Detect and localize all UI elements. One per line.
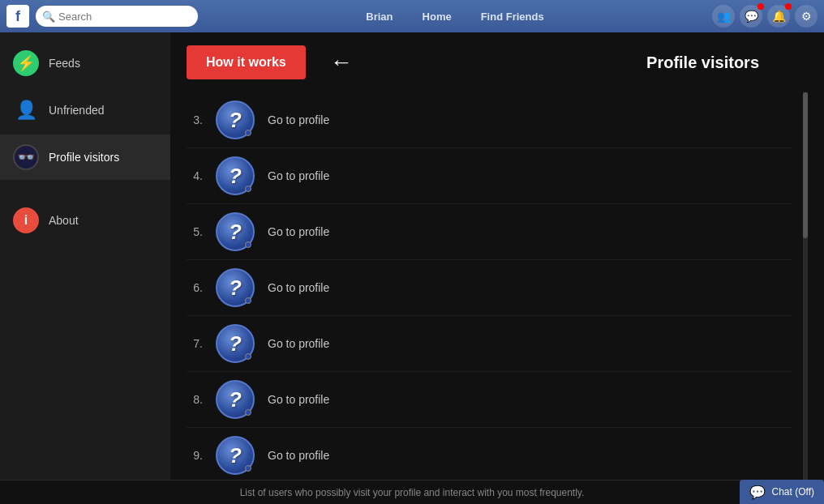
sidebar-item-about[interactable]: i About [0, 198, 170, 243]
go-to-profile-9[interactable]: Go to profile [268, 449, 329, 462]
visitor-row-3: 3. Go to profile [187, 92, 792, 148]
sidebar-item-feeds[interactable]: ⚡ Feeds [0, 41, 170, 86]
content-area: How it works ← Profile visitors 3. Go to… [170, 32, 824, 480]
scroll-thumb[interactable] [803, 92, 808, 238]
visitor-dot-9 [245, 465, 251, 472]
visitor-row-5: 5. Go to profile [187, 204, 792, 260]
back-arrow-button[interactable]: ← [330, 49, 353, 75]
about-icon: i [13, 207, 39, 233]
sidebar-item-unfriended[interactable]: 👤 Unfriended [0, 88, 170, 133]
nav-find-friends[interactable]: Find Friends [474, 7, 551, 26]
go-to-profile-4[interactable]: Go to profile [268, 169, 329, 182]
main-layout: ⚡ Feeds 👤 Unfriended 👓 Profile visitors … [0, 32, 824, 480]
footer-bar: List of users who possibly visit your pr… [0, 480, 824, 504]
notifications-icon-btn[interactable]: 🔔 [767, 5, 790, 28]
visitors-list: 3. Go to profile 4. Go to profile 5. [170, 92, 824, 480]
visitor-number-6: 6. [187, 281, 203, 294]
visitor-number-5: 5. [187, 225, 203, 238]
visitor-avatar-7 [216, 324, 255, 363]
visitor-dot-6 [245, 297, 251, 304]
visitor-avatar-5 [216, 212, 255, 251]
sidebar-unfriended-label: Unfriended [49, 104, 105, 117]
go-to-profile-7[interactable]: Go to profile [268, 337, 329, 350]
visitor-avatar-4 [216, 156, 255, 195]
visitor-row-8: 8. Go to profile [187, 372, 792, 428]
settings-icon-btn[interactable]: ⚙ [795, 5, 818, 28]
how-it-works-button[interactable]: How it works [187, 45, 306, 79]
nav-icons: 👥 💬 🔔 ⚙ [712, 5, 818, 28]
nav-username[interactable]: Brian [359, 7, 399, 26]
nav-center: Brian Home Find Friends [204, 7, 706, 26]
visitor-dot-7 [245, 353, 251, 360]
visitor-dot-4 [245, 186, 251, 192]
fb-logo: f [6, 5, 29, 28]
visitor-number-8: 8. [187, 393, 203, 406]
feeds-icon: ⚡ [13, 50, 39, 76]
visitor-avatar-8 [216, 380, 255, 419]
footer-text: List of users who possibly visit your pr… [240, 487, 585, 498]
sidebar-about-label: About [49, 214, 79, 227]
search-input[interactable] [36, 6, 198, 27]
section-title: Profile visitors [646, 53, 759, 72]
friends-icon-btn[interactable]: 👥 [712, 5, 735, 28]
visitor-number-4: 4. [187, 169, 203, 182]
visitor-avatar-6 [216, 268, 255, 307]
search-icon: 🔍 [42, 11, 55, 23]
visitors-icon: 👓 [13, 144, 39, 170]
visitor-avatar-9 [216, 436, 255, 475]
go-to-profile-6[interactable]: Go to profile [268, 281, 329, 294]
visitor-number-7: 7. [187, 337, 203, 350]
visitors-wrapper: 3. Go to profile 4. Go to profile 5. [170, 92, 824, 480]
visitor-dot-3 [245, 130, 251, 136]
go-to-profile-8[interactable]: Go to profile [268, 393, 329, 406]
visitor-row-7: 7. Go to profile [187, 316, 792, 372]
content-header: How it works ← Profile visitors [170, 32, 824, 92]
visitor-dot-5 [245, 241, 251, 248]
visitor-number-3: 3. [187, 113, 203, 126]
visitor-number-9: 9. [187, 449, 203, 462]
visitor-row-4: 4. Go to profile [187, 148, 792, 204]
sidebar: ⚡ Feeds 👤 Unfriended 👓 Profile visitors … [0, 32, 170, 480]
facebook-topbar: f 🔍 Brian Home Find Friends 👥 💬 🔔 ⚙ [0, 0, 824, 32]
go-to-profile-3[interactable]: Go to profile [268, 113, 329, 126]
unfriended-icon: 👤 [13, 97, 39, 123]
chat-bar[interactable]: 💬 Chat (Off) [740, 480, 824, 504]
chat-label: Chat (Off) [772, 486, 814, 498]
visitor-row-6: 6. Go to profile [187, 260, 792, 316]
chat-icon: 💬 [749, 485, 766, 500]
messages-icon-btn[interactable]: 💬 [740, 5, 762, 28]
sidebar-visitors-label: Profile visitors [49, 151, 119, 164]
visitor-row-9: 9. Go to profile [187, 428, 792, 480]
visitor-dot-8 [245, 409, 251, 416]
go-to-profile-5[interactable]: Go to profile [268, 225, 329, 238]
nav-home[interactable]: Home [416, 7, 458, 26]
sidebar-item-profile-visitors[interactable]: 👓 Profile visitors [0, 135, 170, 180]
sidebar-feeds-label: Feeds [49, 57, 80, 70]
visitor-avatar-3 [216, 100, 255, 139]
search-wrap: 🔍 [36, 6, 198, 27]
